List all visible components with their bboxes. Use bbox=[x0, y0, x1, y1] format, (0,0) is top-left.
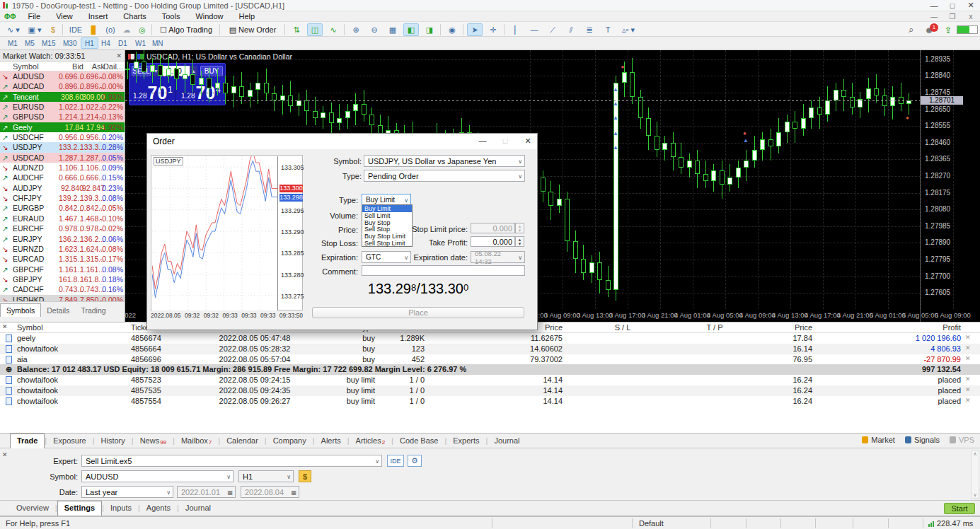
expiration-date-input[interactable]: 05.08.22 14:32∨ bbox=[471, 251, 525, 263]
toolbox-tab-experts[interactable]: Experts bbox=[446, 434, 485, 449]
zoom-out-icon[interactable]: ⊖ bbox=[367, 23, 382, 36]
buy-button[interactable]: BUY bbox=[200, 66, 223, 76]
trendline-icon[interactable]: ⟋ bbox=[545, 23, 560, 36]
tt-col-symbol[interactable]: Symbol bbox=[17, 323, 123, 332]
toolbox-tab-trade[interactable]: Trade bbox=[10, 434, 45, 448]
comment-input[interactable] bbox=[362, 265, 525, 276]
stop-limit-spinner[interactable]: ▲▼ bbox=[515, 223, 524, 233]
market-watch-row[interactable]: ↘AUDJPY92.84092.8470.23% bbox=[0, 183, 125, 193]
market-watch-row[interactable]: ↗GBPUSD1.214...1.214...-0.13% bbox=[0, 112, 125, 122]
dialog-maximize-icon[interactable]: □ bbox=[497, 136, 514, 145]
mw-col-dail[interactable]: Dail... bbox=[81, 62, 123, 71]
menu-file[interactable]: File bbox=[20, 12, 48, 21]
tester-scrollbar[interactable]: ∧ ∨ bbox=[971, 450, 979, 499]
market-watch-row[interactable]: ↗EURGBP0.842...0.842...-0.05% bbox=[0, 203, 125, 213]
search-icon[interactable]: ⌕ bbox=[904, 23, 918, 36]
market-watch-row[interactable]: ↘EURCAD1.315...1.315...-0.17% bbox=[0, 254, 125, 264]
tester-ide-button[interactable]: IDE bbox=[387, 455, 404, 467]
market-watch-close-icon[interactable]: ✕ bbox=[116, 52, 122, 59]
tester-symbol-select[interactable]: AUDUSD∨ bbox=[81, 470, 234, 482]
latency-value[interactable]: 228.47 ms bbox=[937, 519, 973, 528]
lock-icon[interactable]: ▊ bbox=[88, 23, 100, 36]
trade-table-row[interactable]: geely48566742022.08.05 05:47:48buy1.289K… bbox=[0, 333, 980, 344]
tester-tab-inputs[interactable]: Inputs bbox=[104, 501, 138, 516]
close-position-icon[interactable]: ✕ bbox=[965, 334, 971, 341]
close-position-icon[interactable]: ✕ bbox=[965, 355, 971, 362]
menu-insert[interactable]: Insert bbox=[81, 12, 116, 21]
timeframe-H1[interactable]: H1 bbox=[81, 37, 98, 49]
menu-window[interactable]: Window bbox=[188, 12, 231, 21]
dialog-close-icon[interactable]: ✕ bbox=[519, 136, 536, 146]
market-watch-row[interactable]: ↗EURJPY136.2...136.2...0.06% bbox=[0, 234, 125, 244]
candle-chart-icon[interactable]: ◫ bbox=[307, 23, 323, 36]
timeframe-M5[interactable]: M5 bbox=[21, 37, 38, 49]
tester-date-to[interactable]: 2022.08.04▦ bbox=[241, 486, 299, 498]
toolbox-market-button[interactable]: Market bbox=[862, 436, 895, 444]
mw-tab-trading[interactable]: Trading bbox=[75, 304, 111, 317]
trade-table-row[interactable]: chowtaifook48575352022.08.05 09:24:35buy… bbox=[0, 385, 980, 396]
close-button[interactable]: ✕ bbox=[962, 1, 980, 10]
crosshair-icon[interactable]: ✛ bbox=[485, 23, 501, 36]
fibonacci-icon[interactable]: ≣ bbox=[582, 23, 597, 36]
market-watch-row[interactable]: ↗Tencent308.60309.00-0.93% bbox=[0, 92, 125, 102]
market-watch-row[interactable]: ↗EURCHF0.978...0.978...-0.02% bbox=[0, 223, 125, 233]
timeframe-M1[interactable]: M1 bbox=[4, 37, 21, 49]
dropdown-option[interactable]: Sell Limit bbox=[362, 212, 412, 219]
menu-charts[interactable]: Charts bbox=[115, 12, 154, 21]
tester-tab-agents[interactable]: Agents bbox=[140, 501, 177, 516]
tester-date-mode-select[interactable]: Last year∨ bbox=[81, 486, 173, 498]
menu-view[interactable]: View bbox=[48, 12, 81, 21]
close-position-icon[interactable]: ✕ bbox=[965, 397, 971, 404]
toolbox-tab-journal[interactable]: Journal bbox=[488, 434, 526, 449]
trade-panel-close-icon[interactable]: ✕ bbox=[2, 323, 8, 330]
tester-period-select[interactable]: H1∨ bbox=[238, 470, 294, 482]
market-watch-row[interactable]: ↘AUDNZD1.106...1.106...0.09% bbox=[0, 163, 125, 173]
chart-window-icon[interactable]: ▣ ▾ bbox=[25, 23, 44, 36]
tester-tab-journal[interactable]: Journal bbox=[179, 501, 217, 516]
tt-col-tp[interactable]: T / P bbox=[679, 323, 750, 332]
trade-table-row[interactable]: chowtaifook48575232022.08.05 09:24:15buy… bbox=[0, 375, 980, 385]
market-watch-row[interactable]: ↘GBPJPY161.8...161.8...0.18% bbox=[0, 274, 125, 284]
auto-scroll-icon[interactable]: ◧ bbox=[403, 23, 419, 36]
tile-windows-icon[interactable]: ▦ bbox=[385, 23, 400, 36]
channel-icon[interactable]: ⫽ bbox=[563, 23, 579, 36]
trade-table-row[interactable]: chowtaifook48575542022.08.05 09:26:27buy… bbox=[0, 396, 980, 407]
tester-tab-overview[interactable]: Overview bbox=[10, 501, 55, 516]
market-watch-row[interactable]: ↘CHFJPY139.2...139.3...0.08% bbox=[0, 193, 125, 203]
child-close-button[interactable]: x bbox=[962, 13, 980, 21]
expand-icon[interactable]: ⊕ bbox=[6, 365, 12, 374]
signals-icon[interactable]: (ο) bbox=[103, 23, 117, 36]
timeframe-M30[interactable]: M30 bbox=[59, 37, 80, 49]
market-watch-row[interactable]: ↗CADCHF0.743...0.743...0.16% bbox=[0, 284, 125, 294]
toolbox-tab-calendar[interactable]: Calendar bbox=[220, 434, 265, 449]
vertical-line-icon[interactable]: ⎢ bbox=[508, 23, 524, 36]
trade-table-row[interactable]: chowtaifook48566642022.08.05 05:28:32buy… bbox=[0, 344, 980, 354]
market-watch-row[interactable]: ↗EURAUD1.467...1.468...-0.10% bbox=[0, 214, 125, 223]
horizontal-line-icon[interactable]: — bbox=[526, 23, 542, 36]
tester-tab-settings[interactable]: Settings bbox=[57, 501, 102, 516]
screenshot-icon[interactable]: ◉ bbox=[444, 23, 460, 36]
dropdown-option[interactable]: Buy Stop bbox=[362, 219, 412, 226]
timeframe-H4[interactable]: H4 bbox=[98, 37, 114, 49]
toolbox-tab-company[interactable]: Company bbox=[267, 434, 313, 449]
shapes-icon[interactable]: ▵▫ ▾ bbox=[618, 23, 638, 36]
tt-col-profit[interactable]: Profit bbox=[835, 323, 961, 332]
market-watch-row[interactable]: ↗GBPCHF1.161...1.161...0.08% bbox=[0, 264, 125, 274]
expert-select[interactable]: Sell Limit.ex5∨ bbox=[81, 455, 382, 467]
toolbox-tab-history[interactable]: History bbox=[95, 434, 132, 449]
market-watch-row[interactable]: ↗AUDCAD0.896...0.896...-0.00% bbox=[0, 81, 125, 91]
dropdown-option[interactable]: Buy Stop Limit bbox=[362, 233, 412, 240]
cursor-icon[interactable]: ➤ bbox=[467, 23, 483, 36]
close-position-icon[interactable]: ✕ bbox=[965, 386, 971, 393]
radar-add-icon[interactable]: ◎ bbox=[136, 23, 149, 36]
new-order-button[interactable]: ▤ New Order bbox=[224, 23, 282, 36]
line-chart-icon[interactable]: ∿ bbox=[325, 23, 341, 36]
dropdown-option[interactable]: Sell Stop Limit bbox=[362, 240, 412, 247]
order-kind-select[interactable]: Pending Order∨ bbox=[364, 170, 525, 182]
minimize-button[interactable]: — bbox=[925, 1, 943, 10]
mw-col-symbol[interactable]: Symbol bbox=[13, 62, 39, 71]
toolbox-tab-news[interactable]: News99 bbox=[134, 434, 173, 449]
order-symbol-select[interactable]: USDJPY, US Dollar vs Japanese Yen∨ bbox=[364, 155, 525, 167]
ide-icon[interactable]: IDE bbox=[67, 23, 85, 36]
place-button[interactable]: Place bbox=[312, 307, 524, 318]
